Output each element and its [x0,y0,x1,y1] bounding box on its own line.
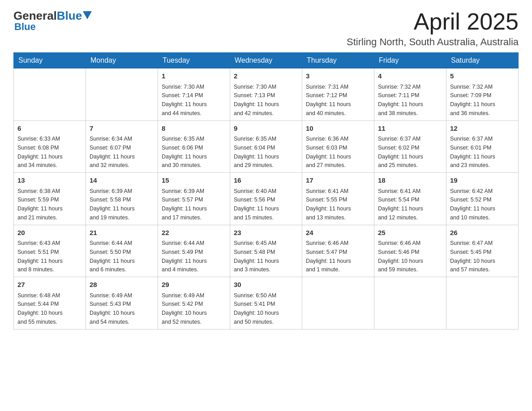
day-number: 16 [234,176,298,186]
header-thursday: Thursday [302,53,374,68]
calendar-cell [446,277,519,330]
day-info: Sunrise: 6:44 AM Sunset: 5:49 PM Dayligh… [162,240,207,273]
day-number: 3 [306,71,370,81]
calendar-cell: 11Sunrise: 6:37 AM Sunset: 6:02 PM Dayli… [374,120,446,173]
calendar-cell: 6Sunrise: 6:33 AM Sunset: 6:08 PM Daylig… [14,120,86,173]
day-number: 24 [306,228,370,238]
day-number: 11 [378,124,442,134]
header-monday: Monday [86,53,158,68]
calendar-cell: 17Sunrise: 6:41 AM Sunset: 5:55 PM Dayli… [302,173,374,225]
day-number: 8 [162,124,226,134]
calendar-cell: 30Sunrise: 6:50 AM Sunset: 5:41 PM Dayli… [230,277,302,330]
calendar-cell: 29Sunrise: 6:49 AM Sunset: 5:42 PM Dayli… [158,277,230,330]
calendar-table: SundayMondayTuesdayWednesdayThursdayFrid… [13,52,519,330]
logo-triangle-icon [83,11,92,19]
calendar-header-row: SundayMondayTuesdayWednesdayThursdayFrid… [14,53,519,68]
header-sunday: Sunday [14,53,86,68]
day-info: Sunrise: 7:32 AM Sunset: 7:09 PM Dayligh… [450,84,495,116]
day-info: Sunrise: 6:38 AM Sunset: 5:59 PM Dayligh… [17,188,63,221]
calendar-cell: 2Sunrise: 7:30 AM Sunset: 7:13 PM Daylig… [230,68,302,121]
calendar-cell: 4Sunrise: 7:32 AM Sunset: 7:11 PM Daylig… [374,68,446,121]
day-info: Sunrise: 6:41 AM Sunset: 5:54 PM Dayligh… [378,188,423,221]
day-number: 23 [234,228,298,238]
day-info: Sunrise: 6:49 AM Sunset: 5:43 PM Dayligh… [90,292,135,325]
day-number: 2 [234,71,298,81]
day-number: 29 [162,280,226,290]
calendar-cell: 3Sunrise: 7:31 AM Sunset: 7:12 PM Daylig… [302,68,374,121]
day-number: 7 [90,124,154,134]
day-info: Sunrise: 6:41 AM Sunset: 5:55 PM Dayligh… [306,188,351,221]
header-wednesday: Wednesday [230,53,302,68]
calendar-cell: 16Sunrise: 6:40 AM Sunset: 5:56 PM Dayli… [230,173,302,225]
day-number: 19 [450,176,515,186]
day-info: Sunrise: 6:35 AM Sunset: 6:06 PM Dayligh… [162,136,207,168]
day-info: Sunrise: 6:49 AM Sunset: 5:42 PM Dayligh… [162,292,207,325]
day-info: Sunrise: 6:39 AM Sunset: 5:58 PM Dayligh… [90,188,135,221]
calendar-week-4: 20Sunrise: 6:43 AM Sunset: 5:51 PM Dayli… [14,225,519,277]
calendar-cell: 25Sunrise: 6:46 AM Sunset: 5:46 PM Dayli… [374,225,446,277]
day-number: 25 [378,228,442,238]
day-info: Sunrise: 6:43 AM Sunset: 5:51 PM Dayligh… [17,240,63,273]
day-info: Sunrise: 6:40 AM Sunset: 5:56 PM Dayligh… [234,188,279,221]
page-header: General Blue Blue April 2025 Stirling No… [13,9,519,48]
calendar-week-2: 6Sunrise: 6:33 AM Sunset: 6:08 PM Daylig… [14,120,519,173]
calendar-cell: 18Sunrise: 6:41 AM Sunset: 5:54 PM Dayli… [374,173,446,225]
calendar-cell [14,68,86,121]
day-number: 26 [450,228,515,238]
logo-blue-text: Blue [57,9,82,23]
day-info: Sunrise: 6:46 AM Sunset: 5:46 PM Dayligh… [378,240,423,273]
day-number: 14 [90,176,154,186]
day-number: 15 [162,176,226,186]
day-info: Sunrise: 6:50 AM Sunset: 5:41 PM Dayligh… [234,292,279,325]
calendar-cell: 24Sunrise: 6:46 AM Sunset: 5:47 PM Dayli… [302,225,374,277]
day-number: 5 [450,71,515,81]
day-info: Sunrise: 6:37 AM Sunset: 6:02 PM Dayligh… [378,136,423,168]
calendar-cell: 13Sunrise: 6:38 AM Sunset: 5:59 PM Dayli… [14,173,86,225]
calendar-cell: 9Sunrise: 6:35 AM Sunset: 6:04 PM Daylig… [230,120,302,173]
calendar-week-5: 27Sunrise: 6:48 AM Sunset: 5:44 PM Dayli… [14,277,519,330]
day-number: 17 [306,176,370,186]
calendar-cell: 10Sunrise: 6:36 AM Sunset: 6:03 PM Dayli… [302,120,374,173]
logo-underline: Blue [14,21,36,33]
day-number: 28 [90,280,154,290]
calendar-week-3: 13Sunrise: 6:38 AM Sunset: 5:59 PM Dayli… [14,173,519,225]
day-info: Sunrise: 7:30 AM Sunset: 7:14 PM Dayligh… [162,84,207,116]
header-friday: Friday [374,53,446,68]
calendar-cell [302,277,374,330]
day-number: 1 [162,71,226,81]
calendar-cell: 1Sunrise: 7:30 AM Sunset: 7:14 PM Daylig… [158,68,230,121]
calendar-cell: 7Sunrise: 6:34 AM Sunset: 6:07 PM Daylig… [86,120,158,173]
calendar-cell: 12Sunrise: 6:37 AM Sunset: 6:01 PM Dayli… [446,120,519,173]
day-info: Sunrise: 6:35 AM Sunset: 6:04 PM Dayligh… [234,136,279,168]
day-number: 12 [450,124,515,134]
month-title: April 2025 [347,9,519,34]
day-number: 21 [90,228,154,238]
day-number: 13 [17,176,82,186]
calendar-cell: 26Sunrise: 6:47 AM Sunset: 5:45 PM Dayli… [446,225,519,277]
logo: General Blue Blue [13,9,92,33]
calendar-cell: 14Sunrise: 6:39 AM Sunset: 5:58 PM Dayli… [86,173,158,225]
calendar-cell: 28Sunrise: 6:49 AM Sunset: 5:43 PM Dayli… [86,277,158,330]
day-info: Sunrise: 6:46 AM Sunset: 5:47 PM Dayligh… [306,240,351,273]
day-info: Sunrise: 6:33 AM Sunset: 6:08 PM Dayligh… [17,136,63,168]
calendar-cell: 21Sunrise: 6:44 AM Sunset: 5:50 PM Dayli… [86,225,158,277]
day-number: 20 [17,228,82,238]
location-title: Stirling North, South Australia, Austral… [347,36,519,48]
calendar-cell: 15Sunrise: 6:39 AM Sunset: 5:57 PM Dayli… [158,173,230,225]
calendar-cell: 5Sunrise: 7:32 AM Sunset: 7:09 PM Daylig… [446,68,519,121]
calendar-cell [374,277,446,330]
day-number: 18 [378,176,442,186]
day-info: Sunrise: 7:31 AM Sunset: 7:12 PM Dayligh… [306,84,351,116]
header-saturday: Saturday [446,53,519,68]
day-info: Sunrise: 6:34 AM Sunset: 6:07 PM Dayligh… [90,136,135,168]
day-number: 22 [162,228,226,238]
header-tuesday: Tuesday [158,53,230,68]
day-number: 27 [17,280,82,290]
day-info: Sunrise: 6:47 AM Sunset: 5:45 PM Dayligh… [450,240,495,273]
day-number: 30 [234,280,298,290]
calendar-cell [86,68,158,121]
day-info: Sunrise: 6:44 AM Sunset: 5:50 PM Dayligh… [90,240,135,273]
day-info: Sunrise: 6:45 AM Sunset: 5:48 PM Dayligh… [234,240,279,273]
day-info: Sunrise: 7:32 AM Sunset: 7:11 PM Dayligh… [378,84,423,116]
calendar-cell: 27Sunrise: 6:48 AM Sunset: 5:44 PM Dayli… [14,277,86,330]
